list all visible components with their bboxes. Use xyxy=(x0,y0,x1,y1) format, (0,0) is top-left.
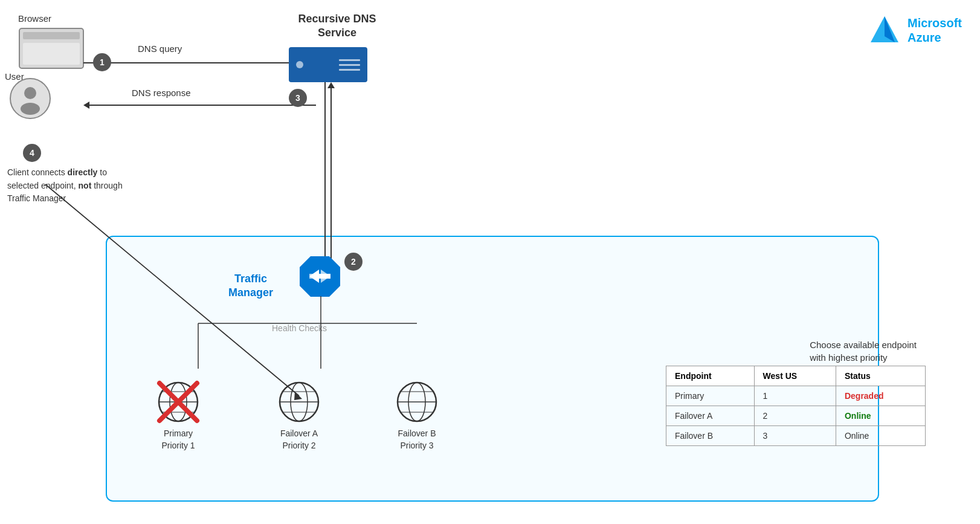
primary-status-cell: Degraded xyxy=(836,386,925,406)
failoverA-endpoint-cell: Failover A xyxy=(666,406,755,426)
choose-label: Choose available endpoint with highest p… xyxy=(810,338,917,364)
failoverB-label: Failover BPriority 3 xyxy=(398,428,436,451)
step-1-circle: 1 xyxy=(93,53,111,71)
svg-marker-15 xyxy=(327,82,335,88)
svg-point-6 xyxy=(24,87,36,99)
failoverB-status-cell: Online xyxy=(836,426,925,446)
azure-logo-icon xyxy=(868,13,901,47)
browser-icon xyxy=(18,27,85,72)
table-row-primary: Primary 1 Degraded xyxy=(666,386,926,406)
table-row-failoverA: Failover A 2 Online xyxy=(666,406,926,426)
col-west-us: West US xyxy=(754,366,836,386)
step-2-circle: 2 xyxy=(344,253,363,271)
failoverB-west-us-cell: 3 xyxy=(754,426,836,446)
dns-query-arrow xyxy=(83,57,316,69)
svg-rect-4 xyxy=(23,43,80,65)
vertical-dns-to-tm-arrow xyxy=(320,82,338,273)
azure-logo-text: Microsoft Azure xyxy=(907,16,962,45)
primary-endpoint-cell: Primary xyxy=(666,386,755,406)
failoverB-icon xyxy=(396,381,438,423)
dns-response-label: DNS response xyxy=(132,88,191,98)
svg-line-41 xyxy=(45,184,299,396)
azure-label: Microsoft Azure xyxy=(868,13,962,47)
table-row-failoverB: Failover B 3 Online xyxy=(666,426,926,446)
dns-server-icon xyxy=(289,47,367,82)
failoverA-west-us-cell: 2 xyxy=(754,406,836,426)
svg-marker-42 xyxy=(294,392,302,400)
dns-query-label: DNS query xyxy=(138,44,182,54)
svg-rect-3 xyxy=(23,32,80,39)
endpoint-table: Endpoint West US Status Primary 1 Degrad… xyxy=(666,366,926,446)
failoverA-status-cell: Online xyxy=(836,406,925,426)
browser-label: Browser xyxy=(18,13,51,24)
diagonal-arrow-to-failoverA xyxy=(39,100,305,402)
endpoint-failoverB: Failover BPriority 3 xyxy=(396,381,438,451)
primary-west-us-cell: 1 xyxy=(754,386,836,406)
col-status: Status xyxy=(836,366,925,386)
step-4-circle: 4 xyxy=(23,144,41,162)
svg-point-7 xyxy=(21,103,40,115)
failoverB-endpoint-cell: Failover B xyxy=(666,426,755,446)
primary-label: PrimaryPriority 1 xyxy=(161,428,195,451)
failoverA-label: Failover APriority 2 xyxy=(280,428,318,451)
col-endpoint: Endpoint xyxy=(666,366,755,386)
recursive-dns-label: Recursive DNS Service xyxy=(283,12,392,40)
diagram-container: Microsoft Azure Browser User DNS query 1… xyxy=(0,0,980,524)
